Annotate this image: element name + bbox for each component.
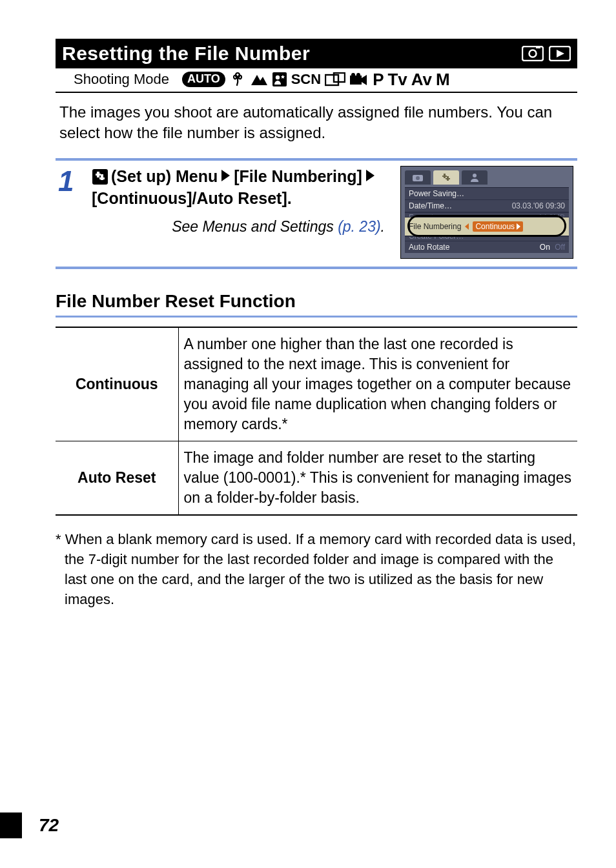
shot-hl-label: File Numbering: [409, 222, 461, 231]
shot-row-label: Format…: [409, 213, 441, 217]
shot-row-value: 14.8MB: [539, 213, 565, 217]
svg-rect-14: [92, 169, 108, 185]
svg-rect-2: [536, 46, 540, 48]
svg-point-20: [416, 176, 420, 180]
camera-icon: [413, 174, 423, 181]
shot-row-value-off: Off: [555, 243, 565, 252]
svg-point-12: [351, 73, 355, 77]
svg-rect-18: [99, 177, 105, 179]
step-heading-a: (Set up) Menu: [111, 166, 218, 188]
arrow-icon: [221, 170, 230, 181]
mode-auto-pill: AUTO: [182, 72, 225, 87]
table-row-label: Continuous: [56, 327, 178, 441]
macro-icon: [229, 71, 246, 88]
movie-icon: [349, 72, 367, 86]
shot-row-dim: Create Folder…: [405, 236, 569, 241]
function-table: Continuous A number one higher than the …: [56, 327, 577, 516]
table-row: Continuous A number one higher than the …: [56, 327, 577, 441]
title-mode-icons: [522, 46, 571, 61]
svg-point-13: [356, 73, 360, 77]
section-heading: File Number Reset Function: [56, 291, 577, 318]
setup-menu-icon: [92, 168, 108, 185]
shot-tab-camera: [405, 170, 431, 185]
step-number: 1: [58, 166, 83, 259]
svg-rect-17: [96, 174, 101, 176]
stitch-icon: [325, 72, 345, 86]
shot-tab-setup: [433, 170, 459, 185]
step-note-suffix: .: [381, 218, 385, 235]
svg-point-7: [275, 76, 279, 79]
shooting-mode-label: Shooting Mode: [56, 71, 182, 88]
svg-rect-24: [446, 178, 450, 179]
mode-av: Av: [411, 70, 432, 90]
shot-hl-value: Continuous: [475, 222, 515, 231]
svg-marker-5: [251, 75, 267, 85]
mode-m: M: [436, 70, 450, 90]
page-edge-tab: [0, 812, 22, 838]
night-portrait-icon: [272, 72, 287, 87]
step-heading-b: [File Numbering]: [234, 166, 362, 188]
svg-point-25: [473, 174, 477, 177]
landscape-icon: [250, 72, 268, 86]
shot-row: Power Saving…: [405, 188, 569, 200]
shot-row-label: Auto Rotate: [409, 243, 449, 252]
menu-screenshot: Power Saving… Date/Time… 03.03.'06 09:30…: [400, 166, 573, 259]
shot-row-label: Date/Time…: [409, 201, 452, 210]
step-note: See Menus and Settings (p. 23).: [92, 218, 389, 236]
step-heading: (Set up) Menu [File Numbering] [Continuo…: [92, 166, 389, 210]
svg-point-1: [529, 50, 537, 57]
shot-row-dim: Format… 14.8MB: [405, 212, 569, 217]
mode-tv: Tv: [387, 70, 407, 90]
shot-row-value-on: On: [540, 243, 550, 252]
shot-row-label: Power Saving…: [409, 189, 464, 198]
intro-text: The images you shoot are automatically a…: [56, 93, 577, 144]
svg-rect-0: [522, 46, 543, 61]
step-heading-c: [Continuous]/Auto Reset].: [92, 188, 292, 210]
camera-icon: [522, 46, 544, 61]
svg-rect-10: [350, 76, 362, 85]
svg-marker-4: [557, 50, 564, 57]
table-row: Auto Reset The image and folder number a…: [56, 441, 577, 516]
page-number: 72: [39, 815, 59, 836]
shot-row-value: 03.03.'06 09:30: [512, 201, 565, 210]
page-title: Resetting the File Number: [62, 43, 310, 65]
shot-row: Auto Rotate On Off: [405, 241, 569, 253]
shot-row-highlight: File Numbering Continuous: [405, 217, 569, 236]
step-note-prefix: See Menus and Settings: [172, 218, 338, 235]
table-row-label: Auto Reset: [56, 441, 178, 516]
table-row-desc: A number one higher than the last one re…: [178, 327, 577, 441]
shot-tab-mycamera: [462, 170, 488, 185]
person-icon: [469, 173, 480, 182]
arrow-icon: [366, 170, 375, 181]
arrow-left-icon: [465, 223, 469, 230]
svg-rect-8: [325, 75, 338, 85]
table-row-desc: The image and folder number are reset to…: [178, 441, 577, 516]
step-1: 1 (Set up) Menu [File Numbering] [Contin…: [56, 158, 577, 269]
svg-rect-23: [442, 176, 447, 177]
svg-marker-11: [362, 75, 367, 85]
footnote: * When a blank memory card is used. If a…: [56, 530, 577, 609]
page-reference-link[interactable]: (p. 23): [338, 218, 380, 235]
mode-p: P: [373, 70, 384, 90]
arrow-right-icon: [517, 223, 520, 230]
shooting-mode-icons: AUTO SCN P Tv Av M: [182, 68, 577, 90]
tools-icon: [441, 172, 451, 183]
title-bar: Resetting the File Number: [56, 39, 577, 68]
mode-scn: SCN: [291, 71, 321, 88]
shot-hl-value-selected: Continuous: [473, 221, 523, 232]
shooting-mode-row: Shooting Mode AUTO SCN P Tv Av M: [56, 68, 577, 93]
shot-row: Date/Time… 03.03.'06 09:30: [405, 200, 569, 212]
play-icon: [549, 46, 571, 61]
